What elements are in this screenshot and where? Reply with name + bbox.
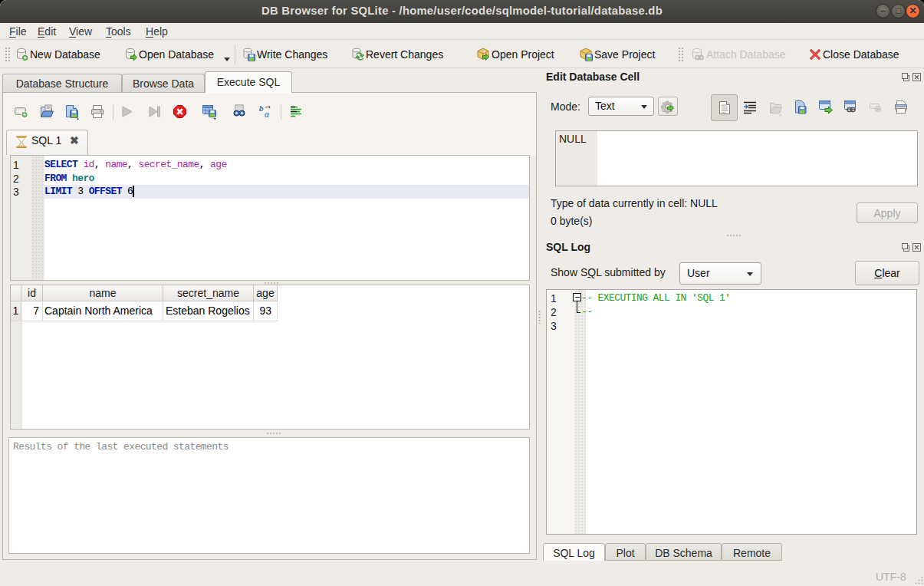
svg-text:b: b xyxy=(259,104,264,113)
svg-text:a: a xyxy=(265,109,269,120)
